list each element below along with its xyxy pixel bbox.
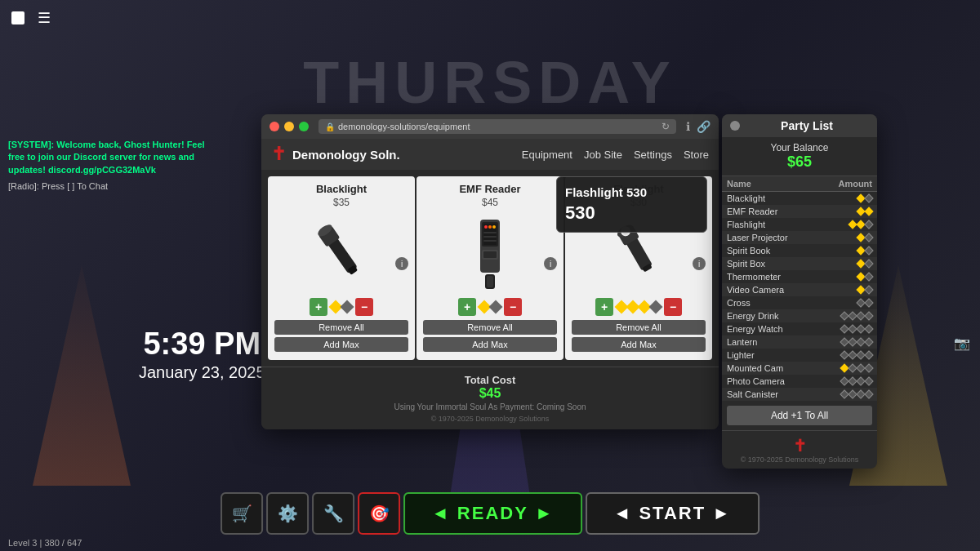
party-table-row: Mounted Cam bbox=[722, 362, 877, 375]
party-item-name: Mounted Cam bbox=[722, 362, 817, 375]
item-diamonds bbox=[822, 208, 872, 215]
party-table-row: Flashlight bbox=[722, 218, 877, 231]
party-item-amount bbox=[817, 231, 877, 244]
party-item-name: Video Camera bbox=[722, 283, 817, 296]
diamond-filled bbox=[864, 207, 873, 216]
item-diamonds bbox=[822, 221, 872, 228]
top-bar: ☰ bbox=[8, 8, 51, 28]
ready-button[interactable]: ◄ READY ► bbox=[403, 492, 582, 535]
flashlight-qty-controls: + − bbox=[572, 298, 706, 316]
diamond-empty bbox=[864, 350, 873, 359]
start-arrow-right: ► bbox=[712, 503, 732, 524]
add-all-button[interactable]: Add +1 To All bbox=[727, 406, 872, 425]
svg-point-10 bbox=[492, 225, 496, 229]
tools-button[interactable]: 🔧 bbox=[312, 492, 354, 535]
col-name: Name bbox=[722, 176, 817, 192]
flashlight-info-btn[interactable]: i bbox=[693, 257, 706, 270]
item-diamonds bbox=[822, 326, 872, 332]
target-button[interactable]: 🎯 bbox=[358, 492, 400, 535]
clock-time: 5:39 PM bbox=[139, 327, 265, 362]
emf-add-max-btn[interactable]: Add Max bbox=[423, 337, 557, 352]
blacklight-remove-all-btn[interactable]: Remove All bbox=[274, 320, 408, 335]
lock-icon: 🔒 bbox=[325, 122, 335, 131]
flashlight-minus-btn[interactable]: − bbox=[664, 298, 682, 316]
url-bar: 🔒 demonology-solutions/equipment ↻ bbox=[318, 119, 676, 134]
emf-remove-all-btn[interactable]: Remove All bbox=[423, 320, 557, 335]
info-icon[interactable]: ℹ bbox=[686, 120, 690, 133]
minimize-button[interactable] bbox=[284, 122, 294, 131]
flashlight-add-btn[interactable]: + bbox=[595, 298, 613, 316]
party-item-name: EMF Reader bbox=[722, 205, 817, 218]
diamond-empty bbox=[864, 220, 873, 229]
item-diamonds bbox=[822, 260, 872, 267]
flashlight-add-max-btn[interactable]: Add Max bbox=[572, 337, 706, 352]
item-diamonds bbox=[822, 234, 872, 241]
party-balance: Your Balance $65 bbox=[722, 137, 877, 176]
nav-settings[interactable]: Settings bbox=[634, 149, 672, 161]
nav-store[interactable]: Store bbox=[684, 149, 709, 161]
level-bar: Level 3 | 380 / 647 bbox=[8, 538, 82, 548]
svg-rect-12 bbox=[483, 236, 497, 238]
emf-info-btn[interactable]: i bbox=[544, 257, 557, 270]
diamond-empty bbox=[864, 233, 873, 242]
svg-point-9 bbox=[488, 225, 492, 229]
party-table-row: EMF Reader bbox=[722, 205, 877, 218]
close-button[interactable] bbox=[270, 122, 279, 131]
fl-diamond-4 bbox=[649, 300, 663, 314]
svg-rect-0 bbox=[11, 11, 24, 24]
ready-arrow-left: ◄ bbox=[431, 503, 451, 524]
blacklight-add-max-btn[interactable]: Add Max bbox=[274, 337, 408, 352]
party-table-row: Photo Camera bbox=[722, 375, 877, 388]
diamond-empty bbox=[864, 389, 873, 398]
nav-equipment[interactable]: Equipment bbox=[522, 149, 572, 161]
emf-add-btn[interactable]: + bbox=[458, 298, 476, 316]
tooltip-price: 530 bbox=[565, 202, 698, 224]
blacklight-diamonds bbox=[331, 302, 352, 312]
balance-label: Your Balance bbox=[727, 142, 872, 153]
party-item-name: Energy Watch bbox=[722, 322, 817, 335]
party-table-row: Energy Drink bbox=[722, 309, 877, 322]
diamond-empty bbox=[864, 272, 873, 281]
start-label: START bbox=[639, 503, 706, 524]
party-table-row: Laser Projector bbox=[722, 231, 877, 244]
browser-window: 🔒 demonology-solutions/equipment ↻ ℹ 🔗 ✝… bbox=[261, 114, 719, 429]
item-diamonds bbox=[822, 313, 872, 319]
menu-icon[interactable]: ☰ bbox=[38, 9, 51, 27]
bottom-toolbar: 🛒 ⚙️ 🔧 🎯 ◄ READY ► ◄ START ► bbox=[220, 492, 760, 535]
cart-button[interactable]: 🛒 bbox=[220, 492, 263, 535]
party-item-amount bbox=[817, 349, 877, 362]
refresh-icon[interactable]: ↻ bbox=[662, 121, 670, 132]
maximize-button[interactable] bbox=[299, 122, 309, 131]
ready-label: READY bbox=[457, 503, 528, 524]
emf-price: $45 bbox=[423, 197, 557, 208]
balance-amount: $65 bbox=[727, 153, 872, 171]
party-item-amount bbox=[817, 309, 877, 322]
emf-image bbox=[423, 213, 557, 295]
party-dot bbox=[730, 121, 740, 131]
party-item-name: Spirit Box bbox=[722, 257, 817, 270]
bookmark-icon[interactable]: 🔗 bbox=[697, 120, 710, 133]
tooltip-title: Flashlight 530 bbox=[565, 185, 698, 199]
ready-arrow-right: ► bbox=[535, 503, 555, 524]
party-item-name: Photo Camera bbox=[722, 375, 817, 388]
party-item-amount bbox=[817, 335, 877, 349]
flashlight-remove-all-btn[interactable]: Remove All bbox=[572, 320, 706, 335]
system-prefix: [SYSTEM]: bbox=[8, 140, 54, 149]
svg-rect-17 bbox=[487, 276, 493, 287]
emf-minus-btn[interactable]: − bbox=[504, 298, 522, 316]
party-item-name: Salt Canister bbox=[722, 388, 817, 401]
item-diamonds bbox=[822, 195, 872, 202]
party-cross-icon: ✝ bbox=[727, 436, 872, 455]
party-item-amount bbox=[817, 205, 877, 218]
nav-jobsite[interactable]: Job Site bbox=[584, 149, 622, 161]
flashlight-diamonds bbox=[617, 302, 661, 312]
blacklight-add-btn[interactable]: + bbox=[310, 298, 327, 316]
blacklight-minus-btn[interactable]: − bbox=[355, 298, 373, 316]
party-title: Party List bbox=[745, 119, 869, 132]
title-bar: 🔒 demonology-solutions/equipment ↻ ℹ 🔗 bbox=[261, 114, 719, 139]
screenshot-button[interactable]: 📷 bbox=[954, 335, 970, 351]
url-text: demonology-solutions/equipment bbox=[338, 122, 470, 131]
blacklight-info-btn[interactable]: i bbox=[395, 257, 408, 270]
settings-button[interactable]: ⚙️ bbox=[266, 492, 309, 535]
start-button[interactable]: ◄ START ► bbox=[586, 492, 760, 535]
